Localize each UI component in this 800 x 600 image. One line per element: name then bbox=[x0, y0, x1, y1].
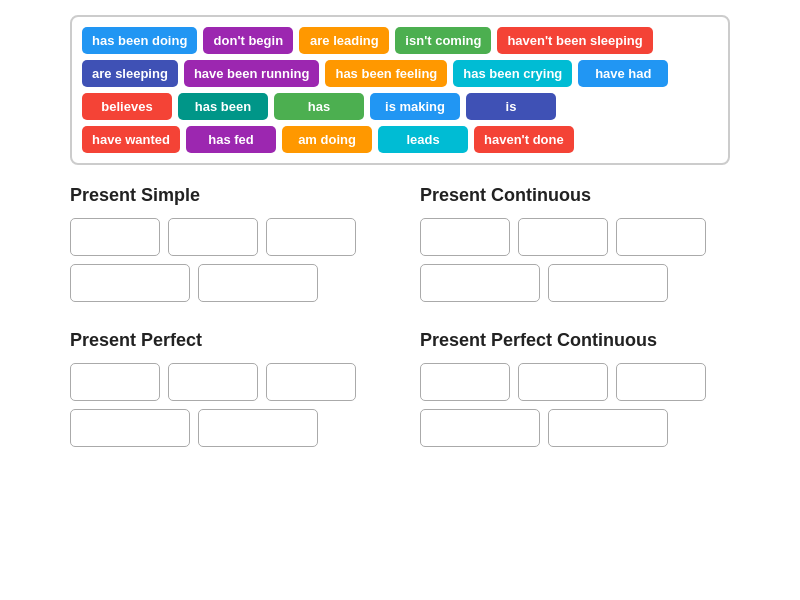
present-continuous-row-1 bbox=[420, 218, 730, 256]
word-tile-2-4[interactable]: has been crying bbox=[453, 60, 572, 87]
present-perfect-title: Present Perfect bbox=[70, 330, 380, 351]
drop-box[interactable] bbox=[420, 363, 510, 401]
word-tile-3-1[interactable]: believes bbox=[82, 93, 172, 120]
drop-box[interactable] bbox=[168, 363, 258, 401]
present-perfect-continuous-row-2 bbox=[420, 409, 730, 447]
drop-box[interactable] bbox=[616, 363, 706, 401]
present-simple-row-1 bbox=[70, 218, 380, 256]
word-tile-1-3[interactable]: are leading bbox=[299, 27, 389, 54]
drop-box[interactable] bbox=[518, 218, 608, 256]
categories-grid: Present Simple Present Continuous bbox=[70, 185, 730, 455]
present-simple-category: Present Simple bbox=[70, 185, 380, 310]
drop-box[interactable] bbox=[616, 218, 706, 256]
present-perfect-continuous-category: Present Perfect Continuous bbox=[420, 330, 730, 455]
drop-box[interactable] bbox=[420, 218, 510, 256]
word-tile-2-1[interactable]: are sleeping bbox=[82, 60, 178, 87]
present-continuous-row-2 bbox=[420, 264, 730, 302]
word-tile-1-4[interactable]: isn't coming bbox=[395, 27, 491, 54]
drop-box[interactable] bbox=[548, 264, 668, 302]
drop-box[interactable] bbox=[168, 218, 258, 256]
drop-box[interactable] bbox=[70, 264, 190, 302]
present-perfect-continuous-row-1 bbox=[420, 363, 730, 401]
word-bank-row-4: have wantedhas fedam doingleadshaven't d… bbox=[82, 126, 718, 153]
word-bank-row-1: has been doingdon't beginare leadingisn'… bbox=[82, 27, 718, 54]
drop-box[interactable] bbox=[70, 409, 190, 447]
present-simple-row-2 bbox=[70, 264, 380, 302]
present-simple-title: Present Simple bbox=[70, 185, 380, 206]
word-tile-4-1[interactable]: have wanted bbox=[82, 126, 180, 153]
drop-box[interactable] bbox=[198, 264, 318, 302]
present-continuous-category: Present Continuous bbox=[420, 185, 730, 310]
word-tile-2-3[interactable]: has been feeling bbox=[325, 60, 447, 87]
word-tile-3-4[interactable]: is making bbox=[370, 93, 460, 120]
drop-box[interactable] bbox=[266, 218, 356, 256]
word-tile-2-5[interactable]: have had bbox=[578, 60, 668, 87]
main-container: has been doingdon't beginare leadingisn'… bbox=[0, 0, 800, 470]
word-tile-4-4[interactable]: leads bbox=[378, 126, 468, 153]
drop-box[interactable] bbox=[420, 409, 540, 447]
word-tile-2-2[interactable]: have been running bbox=[184, 60, 320, 87]
word-tile-4-3[interactable]: am doing bbox=[282, 126, 372, 153]
word-tile-3-3[interactable]: has bbox=[274, 93, 364, 120]
word-tile-3-2[interactable]: has been bbox=[178, 93, 268, 120]
word-tile-1-1[interactable]: has been doing bbox=[82, 27, 197, 54]
drop-box[interactable] bbox=[70, 218, 160, 256]
present-perfect-row-1 bbox=[70, 363, 380, 401]
word-tile-4-2[interactable]: has fed bbox=[186, 126, 276, 153]
present-continuous-title: Present Continuous bbox=[420, 185, 730, 206]
drop-box[interactable] bbox=[518, 363, 608, 401]
present-perfect-category: Present Perfect bbox=[70, 330, 380, 455]
word-bank-row-2: are sleepinghave been runninghas been fe… bbox=[82, 60, 718, 87]
word-tile-1-2[interactable]: don't begin bbox=[203, 27, 293, 54]
drop-box[interactable] bbox=[70, 363, 160, 401]
word-tile-3-5[interactable]: is bbox=[466, 93, 556, 120]
present-perfect-continuous-title: Present Perfect Continuous bbox=[420, 330, 730, 351]
drop-box[interactable] bbox=[420, 264, 540, 302]
word-tile-4-5[interactable]: haven't done bbox=[474, 126, 574, 153]
present-perfect-row-2 bbox=[70, 409, 380, 447]
word-bank-row-3: believeshas beenhasis makingis bbox=[82, 93, 718, 120]
drop-box[interactable] bbox=[198, 409, 318, 447]
drop-box[interactable] bbox=[266, 363, 356, 401]
word-bank: has been doingdon't beginare leadingisn'… bbox=[70, 15, 730, 165]
word-tile-1-5[interactable]: haven't been sleeping bbox=[497, 27, 652, 54]
drop-box[interactable] bbox=[548, 409, 668, 447]
